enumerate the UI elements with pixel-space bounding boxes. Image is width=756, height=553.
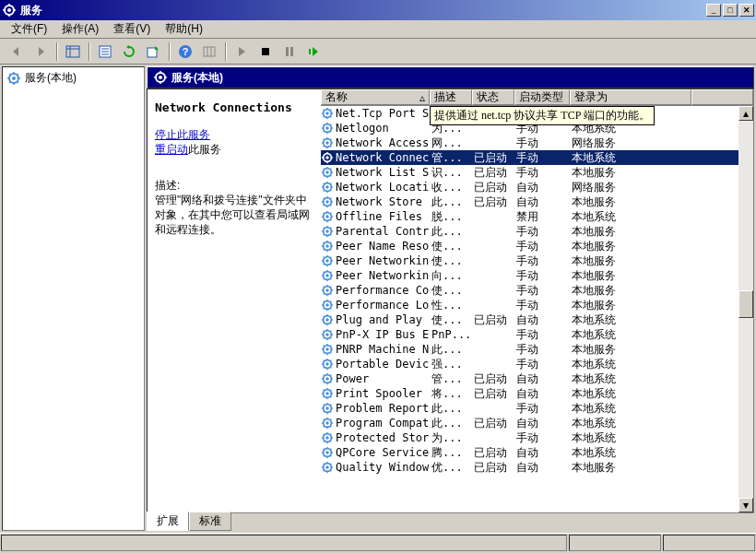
gear-icon	[321, 151, 334, 164]
scroll-thumb[interactable]	[738, 290, 753, 318]
menu-action[interactable]: 操作(A)	[54, 19, 106, 39]
status-2	[663, 535, 755, 551]
tab-extended[interactable]: 扩展	[147, 512, 189, 531]
gear-icon	[321, 254, 334, 267]
service-row[interactable]: Peer Name Reso...使...手动本地服务	[321, 239, 753, 253]
restart-link[interactable]: 重启动	[155, 143, 188, 156]
service-row[interactable]: Power管...已启动自动本地系统	[321, 371, 753, 386]
service-row[interactable]: Problem Report...此...手动本地系统	[321, 401, 753, 416]
gear-icon	[321, 195, 334, 208]
list-pane: 名称▵ 描述 状态 启动类型 登录为 Net.Tcp Port S...Netl…	[321, 89, 753, 512]
vertical-scrollbar[interactable]: ▴ ▾	[738, 106, 753, 512]
service-row[interactable]: QPCore Service腾...已启动自动本地系统	[321, 445, 753, 460]
back-button	[6, 41, 28, 62]
statusbar	[0, 533, 756, 551]
restart-suffix: 此服务	[188, 143, 221, 156]
gear-icon	[321, 225, 334, 238]
gear-icon	[321, 181, 334, 194]
tree-pane: 服务(本地)	[2, 66, 145, 531]
restart-service-button[interactable]	[302, 41, 325, 62]
service-row[interactable]: PnP-X IP Bus E...PnP...手动本地系统	[321, 327, 753, 342]
col-startup[interactable]: 启动类型	[514, 89, 570, 105]
gear-icon	[321, 210, 334, 223]
gear-icon	[321, 299, 334, 312]
service-row[interactable]: Plug and Play使...已启动自动本地系统	[321, 312, 753, 327]
service-row[interactable]: Performance Co...使...手动本地服务	[321, 283, 753, 298]
gear-icon	[321, 313, 334, 326]
export-button[interactable]	[142, 41, 164, 62]
service-row[interactable]: Parental Controls此...手动本地服务	[321, 224, 753, 239]
stop-service-button[interactable]	[254, 41, 277, 62]
toolbar	[0, 39, 756, 65]
gear-icon	[321, 343, 334, 356]
maximize-button[interactable]: □	[723, 4, 738, 17]
start-service-button	[230, 41, 253, 62]
tree-root-label: 服务(本地)	[25, 70, 77, 86]
pane-title: 服务(本地)	[171, 70, 223, 86]
pause-service-button	[278, 41, 301, 62]
service-row[interactable]: Print Spooler将...已启动自动本地系统	[321, 386, 753, 401]
scroll-down-button[interactable]: ▾	[738, 498, 753, 512]
properties-button[interactable]	[94, 41, 116, 62]
scroll-track[interactable]	[738, 121, 753, 498]
col-desc[interactable]: 描述	[430, 89, 472, 105]
service-row[interactable]: PNRP Machine N...此...手动本地服务	[321, 342, 753, 357]
gear-icon	[321, 446, 334, 459]
service-row[interactable]: Program Compat...此...已启动自动本地系统	[321, 416, 753, 430]
service-row[interactable]: Peer Networkin...向...手动本地服务	[321, 268, 753, 283]
gear-icon	[321, 240, 334, 253]
col-status[interactable]: 状态	[472, 89, 514, 105]
window-title: 服务	[20, 3, 706, 18]
close-button[interactable]: ✕	[739, 4, 754, 17]
service-row[interactable]: Network Connec...管...已启动手动本地系统	[321, 150, 753, 165]
detail-pane: Network Connections 停止此服务 重启动此服务 描述: 管理"…	[148, 89, 321, 512]
service-row[interactable]: Network List S...识...已启动手动本地服务	[321, 165, 753, 180]
tree-root[interactable]: 服务(本地)	[3, 67, 144, 88]
desc-label: 描述:	[155, 178, 313, 193]
gear-icon	[321, 387, 334, 400]
gear-icon	[321, 461, 334, 474]
gear-icon	[321, 136, 334, 149]
service-row[interactable]: Portable Devic...强...手动本地系统	[321, 357, 753, 371]
gear-icon	[321, 402, 334, 415]
selected-service-name: Network Connections	[155, 100, 313, 114]
service-row[interactable]: Peer Networkin...使...手动本地服务	[321, 253, 753, 268]
gear-icon	[321, 328, 334, 341]
service-row[interactable]: Network Locati...收...已启动自动网络服务	[321, 180, 753, 194]
titlebar: 服务 _ □ ✕	[0, 0, 756, 20]
columns-button[interactable]	[198, 41, 220, 62]
menu-file[interactable]: 文件(F)	[4, 19, 54, 39]
tab-standard[interactable]: 标准	[189, 512, 231, 531]
gear-icon	[321, 122, 334, 135]
col-name[interactable]: 名称▵	[321, 89, 430, 105]
menu-view[interactable]: 查看(V)	[106, 19, 158, 39]
gear-icon	[321, 431, 334, 444]
status-main	[1, 535, 567, 551]
minimize-button[interactable]: _	[706, 4, 721, 17]
service-row[interactable]: Offline Files脱...禁用本地系统	[321, 209, 753, 224]
gear-icon	[321, 107, 334, 120]
stop-link[interactable]: 停止此服务	[155, 127, 313, 142]
show-hide-tree-button[interactable]	[62, 41, 84, 62]
scroll-up-button[interactable]: ▴	[738, 106, 753, 121]
refresh-button[interactable]	[118, 41, 140, 62]
tabbar: 扩展 标准	[147, 512, 754, 531]
col-logon[interactable]: 登录为	[570, 89, 691, 105]
forward-button	[30, 41, 52, 62]
service-row[interactable]: Quality Window...优...已启动自动本地服务	[321, 460, 753, 475]
app-icon	[2, 3, 17, 18]
tooltip: 提供通过 net.tcp 协议共享 TCP 端口的功能。	[430, 106, 655, 125]
col-spacer	[691, 89, 753, 105]
service-row[interactable]: Performance Lo...性...手动本地服务	[321, 298, 753, 312]
service-row[interactable]: Protected Storage为...手动本地系统	[321, 430, 753, 445]
help-button[interactable]	[174, 41, 196, 62]
status-1	[569, 535, 661, 551]
service-row[interactable]: Network Access...网...手动网络服务	[321, 135, 753, 150]
gear-icon	[153, 70, 168, 85]
gear-icon	[321, 166, 334, 179]
gear-icon	[321, 284, 334, 297]
gear-icon	[321, 269, 334, 282]
service-row[interactable]: Network Store ...此...已启动自动本地服务	[321, 194, 753, 209]
menu-help[interactable]: 帮助(H)	[158, 19, 210, 39]
desc-body: 管理"网络和拨号连接"文件夹中对象，在其中您可以查看局域网和远程连接。	[155, 193, 313, 237]
